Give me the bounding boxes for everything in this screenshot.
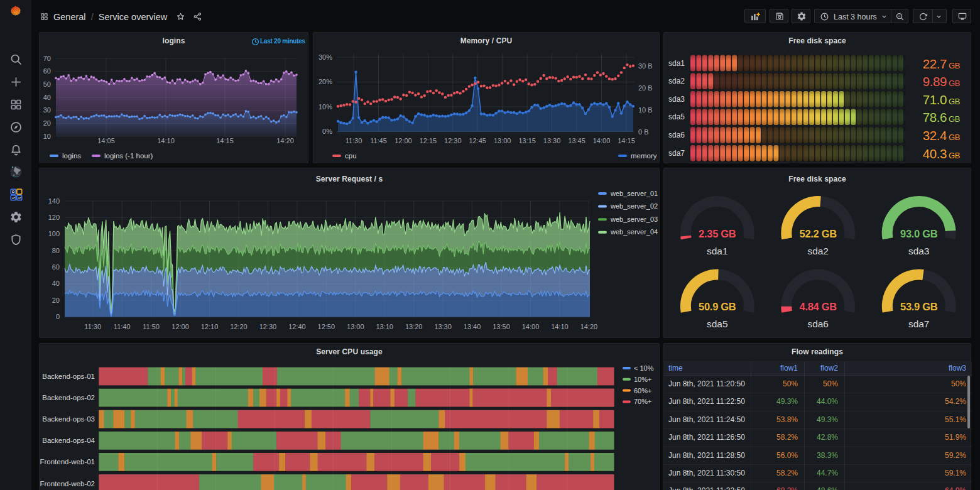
svg-text:14:10: 14:10 bbox=[551, 323, 569, 330]
svg-text:sda2: sda2 bbox=[807, 246, 829, 256]
svg-text:71.0GB: 71.0GB bbox=[923, 92, 960, 107]
svg-text:70%+: 70%+ bbox=[634, 398, 651, 405]
svg-text:sda5: sda5 bbox=[707, 318, 728, 329]
svg-text:30: 30 bbox=[43, 106, 51, 114]
svg-text:11:45: 11:45 bbox=[370, 137, 387, 144]
svg-text:13:45: 13:45 bbox=[568, 137, 585, 144]
svg-text:53.9 GB: 53.9 GB bbox=[900, 301, 938, 312]
svg-text:13:40: 13:40 bbox=[464, 323, 481, 330]
svg-text:sda5: sda5 bbox=[668, 112, 685, 121]
svg-text:0: 0 bbox=[56, 313, 60, 320]
svg-text:Backend-ops-02: Backend-ops-02 bbox=[42, 394, 95, 401]
svg-text:12:15: 12:15 bbox=[420, 137, 437, 144]
svg-text:sda7: sda7 bbox=[668, 149, 685, 158]
svg-text:14:00: 14:00 bbox=[593, 137, 611, 144]
svg-text:40: 40 bbox=[43, 94, 51, 101]
svg-text:100: 100 bbox=[48, 230, 60, 237]
svg-text:30%: 30% bbox=[318, 53, 332, 61]
svg-text:cpu: cpu bbox=[345, 152, 357, 160]
svg-text:13:30: 13:30 bbox=[434, 323, 452, 330]
svg-text:14:00: 14:00 bbox=[522, 323, 540, 330]
svg-text:20 B: 20 B bbox=[638, 84, 653, 92]
svg-text:13:00: 13:00 bbox=[347, 323, 364, 330]
svg-text:14:05: 14:05 bbox=[97, 137, 115, 144]
svg-text:20: 20 bbox=[52, 297, 60, 304]
svg-text:13:20: 13:20 bbox=[405, 323, 423, 330]
svg-text:11:30: 11:30 bbox=[346, 137, 362, 144]
svg-text:70: 70 bbox=[43, 55, 51, 62]
svg-text:sda6: sda6 bbox=[807, 318, 829, 329]
svg-text:10: 10 bbox=[43, 133, 51, 140]
svg-text:2.35 GB: 2.35 GB bbox=[699, 228, 736, 239]
svg-text:Frontend-web-01: Frontend-web-01 bbox=[40, 458, 95, 466]
svg-text:10 B: 10 B bbox=[638, 106, 653, 114]
svg-text:sda3: sda3 bbox=[908, 246, 930, 256]
svg-text:Frontend-web-02: Frontend-web-02 bbox=[40, 480, 95, 487]
svg-text:12:30: 12:30 bbox=[444, 137, 462, 144]
svg-text:93.0 GB: 93.0 GB bbox=[900, 228, 938, 239]
svg-text:10%: 10% bbox=[318, 103, 332, 111]
svg-text:140: 140 bbox=[48, 197, 60, 205]
svg-text:9.89GB: 9.89GB bbox=[923, 74, 960, 89]
svg-text:sda2: sda2 bbox=[668, 77, 685, 85]
svg-text:sda1: sda1 bbox=[668, 59, 685, 68]
svg-text:52.2 GB: 52.2 GB bbox=[800, 228, 837, 239]
svg-text:60: 60 bbox=[43, 67, 51, 75]
svg-text:sda6: sda6 bbox=[668, 131, 685, 139]
svg-text:0%: 0% bbox=[322, 128, 332, 135]
svg-text:13:50: 13:50 bbox=[493, 323, 510, 330]
svg-text:13:00: 13:00 bbox=[494, 137, 511, 144]
svg-text:12:40: 12:40 bbox=[288, 323, 306, 330]
svg-text:20: 20 bbox=[43, 119, 51, 127]
svg-text:logins: logins bbox=[62, 152, 81, 160]
svg-text:40.3GB: 40.3GB bbox=[923, 146, 960, 161]
svg-text:40: 40 bbox=[52, 280, 60, 287]
svg-text:50: 50 bbox=[43, 80, 51, 88]
svg-text:0 B: 0 B bbox=[638, 128, 649, 136]
svg-text:12:45: 12:45 bbox=[469, 137, 486, 144]
svg-text:memory: memory bbox=[631, 152, 657, 160]
svg-text:14:10: 14:10 bbox=[157, 137, 175, 144]
svg-text:50.9 GB: 50.9 GB bbox=[699, 301, 736, 312]
svg-text:< 10%: < 10% bbox=[634, 364, 654, 372]
svg-text:4.84 GB: 4.84 GB bbox=[800, 301, 837, 312]
svg-text:Backend-ops-04: Backend-ops-04 bbox=[42, 437, 95, 444]
svg-text:web_server_04: web_server_04 bbox=[610, 228, 658, 236]
svg-text:Backend-ops-01: Backend-ops-01 bbox=[42, 373, 95, 380]
svg-text:11:50: 11:50 bbox=[143, 323, 160, 330]
svg-text:13:10: 13:10 bbox=[376, 323, 393, 330]
svg-text:12:30: 12:30 bbox=[259, 323, 277, 330]
svg-text:sda7: sda7 bbox=[908, 318, 930, 329]
svg-text:13:15: 13:15 bbox=[518, 137, 536, 144]
svg-text:14:15: 14:15 bbox=[618, 137, 635, 144]
svg-text:32.4GB: 32.4GB bbox=[923, 128, 960, 143]
svg-text:10%+: 10%+ bbox=[634, 376, 651, 383]
svg-text:12:50: 12:50 bbox=[318, 323, 335, 330]
svg-text:12:00: 12:00 bbox=[172, 323, 189, 330]
svg-text:13:30: 13:30 bbox=[543, 137, 561, 144]
svg-text:11:30: 11:30 bbox=[84, 323, 101, 330]
svg-text:logins (-1 hour): logins (-1 hour) bbox=[104, 152, 153, 160]
svg-text:12:00: 12:00 bbox=[395, 137, 412, 144]
svg-text:78.6GB: 78.6GB bbox=[923, 110, 960, 124]
svg-text:60%+: 60%+ bbox=[634, 387, 651, 395]
svg-text:11:40: 11:40 bbox=[114, 323, 131, 330]
svg-text:sda1: sda1 bbox=[707, 246, 728, 256]
svg-text:80: 80 bbox=[52, 247, 60, 254]
svg-text:Backend-ops-03: Backend-ops-03 bbox=[42, 415, 95, 423]
svg-text:22.7GB: 22.7GB bbox=[923, 57, 960, 71]
svg-text:sda3: sda3 bbox=[668, 95, 685, 104]
svg-text:14:20: 14:20 bbox=[276, 137, 294, 144]
svg-text:30 B: 30 B bbox=[638, 62, 653, 70]
svg-text:14:20: 14:20 bbox=[580, 323, 598, 330]
svg-text:60: 60 bbox=[52, 263, 60, 271]
svg-text:web_server_01: web_server_01 bbox=[610, 190, 658, 197]
svg-text:12:20: 12:20 bbox=[230, 323, 248, 330]
svg-text:20%: 20% bbox=[318, 78, 332, 85]
svg-text:14:15: 14:15 bbox=[216, 137, 234, 144]
svg-text:120: 120 bbox=[48, 214, 60, 221]
svg-text:web_server_02: web_server_02 bbox=[610, 202, 658, 210]
svg-text:web_server_03: web_server_03 bbox=[610, 215, 658, 223]
svg-text:12:10: 12:10 bbox=[201, 323, 219, 330]
